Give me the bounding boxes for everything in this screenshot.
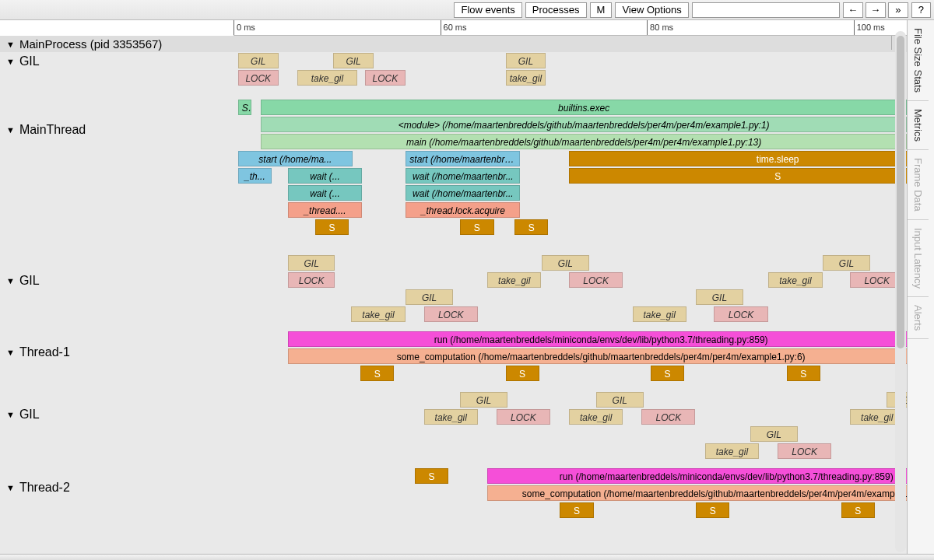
side-tab-metrics[interactable]: Metrics [908, 101, 929, 150]
ruler-tick: 80 ms [647, 20, 673, 35]
trace-segment[interactable]: <module> (/home/maartenbreddels/github/m… [261, 117, 907, 132]
trace-segment[interactable]: GIL [288, 255, 335, 271]
trace-segment[interactable]: take_gil [297, 70, 358, 86]
section-gil-0[interactable]: ▼GIL [0, 53, 234, 70]
trace-segment[interactable]: S [560, 502, 593, 518]
trace-segment[interactable]: GIL [238, 53, 279, 68]
nav-more-button[interactable]: » [888, 2, 908, 18]
trace-segment[interactable]: S [238, 100, 251, 115]
view-options-button[interactable]: View Options [615, 2, 688, 18]
trace-segment[interactable]: run (/home/maartenbreddels/miniconda/env… [487, 468, 907, 484]
trace-segment[interactable]: GIL [460, 392, 507, 408]
side-tab-alerts[interactable]: Alerts [908, 297, 929, 339]
section-thread-1[interactable]: ▼Thread-1 [0, 344, 234, 361]
trace-segment[interactable]: LOCK [778, 443, 831, 459]
trace-segment[interactable]: wait (... [288, 168, 362, 184]
nav-forward-button[interactable]: → [866, 2, 886, 18]
ruler-tick: 100 ms [854, 20, 885, 35]
trace-segment[interactable]: take_gil [705, 443, 759, 459]
section-mainthread[interactable]: ▼MainThread [0, 121, 234, 138]
trace-segment[interactable]: S [460, 219, 493, 235]
chevron-down-icon: ▼ [6, 57, 15, 66]
trace-segment[interactable]: _th... [238, 168, 272, 184]
trace-segment[interactable]: S [651, 366, 684, 381]
trace-segment[interactable]: _thread.lock.acquire [406, 202, 520, 218]
trace-segment[interactable]: GIL [596, 392, 644, 408]
trace-segment[interactable]: S [360, 366, 394, 381]
trace-segment[interactable]: take_gil [768, 272, 822, 288]
trace-segment[interactable]: take_gil [506, 70, 546, 86]
trace-segment[interactable]: LOCK [424, 306, 478, 322]
ruler-tick: 0 ms [234, 20, 255, 35]
chevron-down-icon: ▼ [6, 348, 15, 357]
time-ruler[interactable]: 0 ms60 ms80 ms100 ms [234, 20, 907, 36]
trace-segment[interactable]: GIL [750, 426, 798, 442]
trace-segment[interactable]: take_gil [569, 409, 623, 425]
trace-segment[interactable]: start (/home/ma... [238, 151, 353, 166]
trace-segment[interactable]: S [787, 366, 820, 381]
process-title: MainProcess (pid 3353567) [19, 37, 162, 51]
trace-segment[interactable]: take_gil [351, 306, 405, 322]
trace-segment[interactable]: LOCK [238, 70, 279, 86]
section-thread-2[interactable]: ▼Thread-2 [0, 479, 234, 496]
toolbar: Flow events Processes M View Options ← →… [0, 0, 934, 20]
vertical-scrollbar[interactable] [895, 31, 906, 552]
help-button[interactable]: ? [911, 2, 931, 18]
trace-segment[interactable]: S [315, 219, 349, 235]
trace-segment[interactable]: GIL [542, 255, 589, 271]
search-input[interactable] [692, 2, 840, 18]
process-header[interactable]: ▼MainProcess (pid 3353567) [0, 36, 907, 52]
side-tab-frame-data[interactable]: Frame Data [908, 150, 929, 220]
trace-segment[interactable]: time.sleep [569, 151, 907, 166]
trace-segment[interactable]: LOCK [497, 409, 550, 425]
bottom-bar [0, 554, 934, 560]
trace-segment[interactable]: S [506, 366, 539, 381]
side-tab-input-latency[interactable]: Input Latency [908, 220, 929, 297]
trace-segment[interactable]: _thread.... [288, 202, 362, 218]
trace-segment[interactable]: start (/home/maartenbreddels/m... [406, 151, 520, 166]
m-button[interactable]: M [590, 2, 613, 18]
trace-segment[interactable]: S [514, 219, 548, 235]
chevron-down-icon: ▼ [6, 40, 15, 49]
right-tabs: File Size StatsMetricsFrame DataInput La… [907, 20, 934, 560]
trace-segment[interactable]: take_gil [633, 306, 686, 322]
trace-segment[interactable]: GIL [406, 289, 453, 305]
flow-events-button[interactable]: Flow events [454, 2, 521, 18]
ruler-tick: 60 ms [441, 20, 467, 35]
trace-segment[interactable]: GIL [333, 53, 374, 68]
section-gil-1[interactable]: ▼GIL [0, 272, 234, 289]
trace-segment[interactable]: some_computation (/home/maartenbreddels/… [487, 485, 907, 501]
trace-segment[interactable]: take_gil [424, 409, 478, 425]
chevron-down-icon: ▼ [6, 125, 15, 135]
trace-segment[interactable]: LOCK [288, 272, 335, 288]
chevron-down-icon: ▼ [6, 410, 15, 419]
trace-segment[interactable]: LOCK [641, 409, 695, 425]
trace-segment[interactable]: S [696, 502, 729, 518]
trace-segment[interactable]: LOCK [569, 272, 623, 288]
processes-button[interactable]: Processes [525, 2, 587, 18]
section-gil-2[interactable]: ▼GIL [0, 406, 234, 423]
trace-segment[interactable]: GIL [506, 53, 546, 68]
trace-segment[interactable]: wait (/home/maartenbr... [406, 185, 520, 201]
side-tab-file-size-stats[interactable]: File Size Stats [908, 20, 929, 101]
trace-segment[interactable]: run (/home/maartenbreddels/miniconda/env… [288, 331, 907, 347]
trace-segment[interactable]: GIL [696, 289, 743, 305]
trace-segment[interactable]: S [841, 502, 875, 518]
trace-segment[interactable]: S [569, 168, 907, 184]
chevron-down-icon: ▼ [6, 483, 15, 492]
trace-segment[interactable]: take_gil [487, 272, 541, 288]
chevron-down-icon: ▼ [6, 276, 15, 285]
tracks-panel[interactable]: ▼MainProcess (pid 3353567)X▼GILGILGILGIL… [0, 36, 907, 554]
trace-segment[interactable]: S [415, 468, 448, 484]
trace-segment[interactable]: wait (... [288, 185, 362, 201]
trace-segment[interactable]: LOCK [714, 306, 767, 322]
trace-segment[interactable]: main (/home/maartenbreddels/github/maart… [261, 134, 907, 149]
trace-segment[interactable]: GIL [823, 255, 870, 271]
trace-segment[interactable]: wait (/home/maartenbr... [406, 168, 520, 184]
nav-back-button[interactable]: ← [843, 2, 863, 18]
trace-segment[interactable]: some_computation (/home/maartenbreddels/… [288, 348, 907, 364]
trace-segment[interactable]: LOCK [365, 70, 406, 86]
trace-segment[interactable]: builtins.exec [261, 100, 907, 115]
